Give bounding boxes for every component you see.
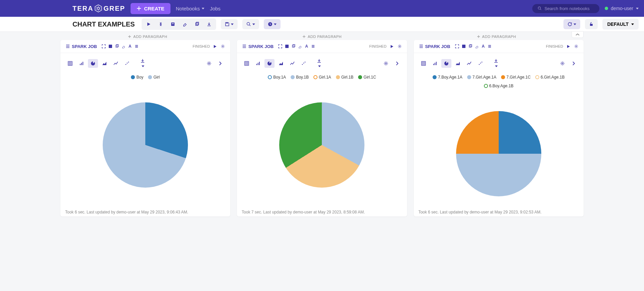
add-paragraph-button[interactable]: ADD PARAGRAPH <box>128 35 167 39</box>
search-box[interactable] <box>532 4 599 13</box>
legend-item[interactable]: 7.Boy.Age.1A <box>433 75 462 80</box>
paragraph-settings-button[interactable] <box>220 44 226 49</box>
legend-item[interactable]: Boy.1A <box>268 75 286 80</box>
create-button[interactable]: CREATE <box>131 3 170 14</box>
collapse-panel-button[interactable] <box>572 31 584 38</box>
table-view-button[interactable] <box>242 59 252 68</box>
legend-item[interactable]: Boy.1B <box>291 75 309 80</box>
area-chart-button[interactable] <box>276 59 286 68</box>
default-dropdown[interactable]: DEFAULT <box>602 19 639 30</box>
spark-job-label[interactable]: SPARK JOB <box>418 44 450 49</box>
add-paragraph-button[interactable]: ADD PARAGRAPH <box>302 35 342 39</box>
book-icon[interactable] <box>284 44 290 49</box>
book-icon[interactable] <box>461 44 466 49</box>
download-button[interactable] <box>203 20 215 29</box>
run-paragraph-button[interactable] <box>212 44 217 49</box>
spark-job-label[interactable]: SPARK JOB <box>242 44 274 49</box>
pie-chart-button[interactable] <box>441 59 451 68</box>
download-chart-button[interactable] <box>314 56 324 70</box>
font-icon[interactable]: A <box>481 43 486 49</box>
chart-settings-button[interactable] <box>557 59 567 68</box>
collapse-code-button[interactable] <box>155 20 166 29</box>
legend-item[interactable]: Girl.1A <box>313 75 331 80</box>
chart-settings-button[interactable] <box>204 59 214 68</box>
pie-chart-button[interactable] <box>88 59 98 68</box>
book-icon[interactable] <box>108 44 113 49</box>
book-button[interactable] <box>167 20 179 29</box>
user-menu[interactable]: demo-user <box>605 6 639 11</box>
line-chart-button[interactable] <box>287 59 297 68</box>
download-chart-button[interactable] <box>491 56 501 70</box>
table-view-button[interactable] <box>418 59 429 68</box>
lock-button[interactable] <box>585 19 598 29</box>
run-paragraph-button[interactable] <box>389 44 394 49</box>
scatter-chart-button[interactable] <box>299 59 309 68</box>
search-dropdown[interactable] <box>242 19 259 29</box>
table-view-button[interactable] <box>65 59 75 68</box>
svg-point-40 <box>399 46 400 47</box>
pie-chart <box>414 91 584 206</box>
list-icon[interactable] <box>310 44 315 49</box>
scatter-chart-button[interactable] <box>476 59 486 68</box>
legend: BoyGirl <box>60 74 230 82</box>
legend-item[interactable]: 7.Girl.Age.1A <box>467 75 496 80</box>
save-dropdown[interactable] <box>221 19 238 29</box>
copy-icon[interactable] <box>468 44 473 49</box>
paragraph-settings-button[interactable] <box>397 44 402 49</box>
run-button[interactable] <box>143 20 154 29</box>
svg-point-57 <box>576 46 577 47</box>
spark-job-label[interactable]: SPARK JOB <box>65 44 97 49</box>
bar-chart-button[interactable] <box>77 59 87 68</box>
line-chart-button[interactable] <box>464 59 474 68</box>
panel-header: SPARK JOB A FINISHED <box>60 40 230 53</box>
chart-expand-button[interactable] <box>215 59 226 68</box>
list-icon[interactable] <box>487 44 492 49</box>
chart-expand-button[interactable] <box>569 59 579 68</box>
eraser-button[interactable] <box>179 20 191 29</box>
search-input[interactable] <box>544 6 594 11</box>
font-icon[interactable]: A <box>128 43 132 49</box>
chart-expand-button[interactable] <box>392 59 402 68</box>
svg-rect-13 <box>196 23 198 26</box>
eraser-icon[interactable] <box>475 44 480 49</box>
legend-item[interactable]: Girl.1C <box>358 75 376 80</box>
chart-settings-button[interactable] <box>381 59 391 68</box>
search-icon <box>538 6 542 11</box>
chart-panel: SPARK JOB A FINISHED BoyGirl Took 6 sec.… <box>60 40 230 216</box>
schedule-dropdown[interactable] <box>264 19 281 29</box>
nav-notebooks[interactable]: Notebooks <box>176 6 205 11</box>
legend-label: Girl <box>153 75 160 80</box>
eraser-icon[interactable] <box>121 44 127 49</box>
legend-item[interactable]: Boy <box>131 75 143 80</box>
legend-label: 7.Girl.Age.1C <box>506 75 531 80</box>
pie-chart-button[interactable] <box>264 59 275 68</box>
area-chart-button[interactable] <box>99 59 109 68</box>
copy-button[interactable] <box>191 20 203 29</box>
download-chart-button[interactable] <box>138 56 148 70</box>
nav-jobs[interactable]: Jobs <box>210 6 220 11</box>
legend-item[interactable]: Girl.1B <box>336 75 354 80</box>
legend-item[interactable]: 6.Girl.Age.1B <box>535 75 564 80</box>
refresh-dropdown[interactable] <box>563 19 580 29</box>
copy-icon[interactable] <box>114 44 120 49</box>
logo: TERA GREP <box>72 4 125 13</box>
legend-item[interactable]: 7.Girl.Age.1C <box>501 75 531 80</box>
run-paragraph-button[interactable] <box>566 44 571 49</box>
legend-item[interactable]: 6.Boy.Age.1B <box>484 84 514 88</box>
bar-chart-button[interactable] <box>430 59 440 68</box>
add-paragraph-button[interactable]: ADD PARAGRAPH <box>477 35 516 39</box>
list-icon[interactable] <box>134 44 139 49</box>
expand-icon[interactable] <box>101 44 106 49</box>
line-chart-button[interactable] <box>111 59 121 68</box>
area-chart-button[interactable] <box>453 59 463 68</box>
font-icon[interactable]: A <box>304 43 309 49</box>
expand-icon[interactable] <box>454 44 460 49</box>
expand-icon[interactable] <box>278 44 283 49</box>
scatter-chart-button[interactable] <box>122 59 132 68</box>
svg-point-68 <box>480 62 481 63</box>
eraser-icon[interactable] <box>298 44 303 49</box>
copy-icon[interactable] <box>291 44 296 49</box>
bar-chart-button[interactable] <box>253 59 263 68</box>
paragraph-settings-button[interactable] <box>574 44 579 49</box>
legend-item[interactable]: Girl <box>148 75 160 80</box>
